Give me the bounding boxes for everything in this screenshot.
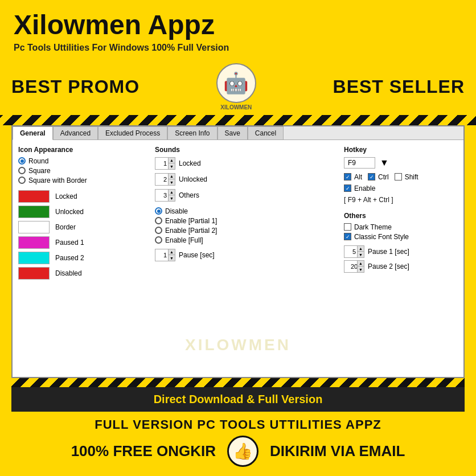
swatch-locked[interactable] [18,190,50,203]
spin-unlocked-up[interactable]: ▲ [168,174,175,180]
spin-locked-down[interactable]: ▼ [168,163,175,169]
color-paused1: Paused 1 [18,236,149,249]
spin-others-arrows: ▲ ▼ [168,190,175,201]
pause2-row: 20 ▲ ▼ Pause 2 [sec] [344,260,458,273]
sound-unlocked-label: Unlocked [179,175,207,183]
enable-row[interactable]: ✓ Enable [344,184,458,192]
logo-label: XILOWMEN [220,104,252,110]
spin-pause2-arrows: ▲ ▼ [357,261,364,272]
cb-classic-font: ✓ [344,233,351,240]
spin-unlocked[interactable]: 2 ▲ ▼ [155,173,175,186]
left-column: Icon Appearance Round Square Square with… [18,146,149,371]
modifier-ctrl[interactable]: ✓ Ctrl [368,173,389,181]
swatch-unlocked[interactable] [18,206,50,218]
spin-locked-up[interactable]: ▲ [168,158,175,164]
sound-row-2: 2 ▲ ▼ Unlocked [155,173,338,186]
pause-row: 1 ▲ ▼ Pause [sec] [155,249,338,261]
label-paused1: Paused 1 [55,239,84,247]
spin-pause-down[interactable]: ▼ [168,255,175,261]
radio-square-border[interactable]: Square with Border [18,177,149,184]
bottom-section: FULL VERSION PC TOOLS UTTILITIES APPZ 10… [0,412,476,476]
promo-left: BEST PROMO [11,76,139,97]
radio-square-border-label: Square with Border [28,177,87,184]
promo-bar: BEST PROMO 🤖 XILOWMEN BEST SELLER [0,59,476,115]
spin-unlocked-down[interactable]: ▼ [168,179,175,185]
spin-others-up[interactable]: ▲ [168,190,175,196]
tab-bar: General Advanced Excluded Process Screen… [13,126,463,140]
partial-2-label: Enable [Partial 2] [165,227,217,235]
spin-pause[interactable]: 1 ▲ ▼ [155,249,175,261]
radio-round[interactable]: Round [18,157,149,165]
spin-pause2-down[interactable]: ▼ [357,266,364,272]
partial-2-dot [155,227,162,234]
sound-row-3: 3 ▲ ▼ Others [155,189,338,202]
pause2-label: Pause 2 [sec] [368,262,409,270]
spin-pause-up[interactable]: ▲ [168,249,175,256]
swatch-disabled[interactable] [18,267,50,280]
pause1-row: 5 ▲ ▼ Pause 1 [sec] [344,245,458,258]
hotkey-select[interactable]: F9 [344,157,375,169]
spin-others[interactable]: 3 ▲ ▼ [155,189,175,202]
logo-circle: 🤖 [216,63,256,103]
spin-pause1-up[interactable]: ▲ [357,246,364,252]
partial-full[interactable]: Enable [Full] [155,236,338,244]
thumb-icon: 👍 [227,436,258,467]
cb-ctrl-label: Ctrl [378,173,389,181]
tab-save[interactable]: Save [218,126,248,139]
others-section: Others Dark Theme ✓ Classic Font Style 5 [344,212,458,273]
spin-unlocked-arrows: ▲ ▼ [168,174,175,185]
modifier-alt[interactable]: ✓ Alt [344,173,362,181]
partial-1-label: Enable [Partial 1] [165,217,217,225]
label-unlocked: Unlocked [55,208,84,216]
right-column: Hotkey F9 ▼ ✓ Alt ✓ [344,146,458,371]
cb-enable-label: Enable [354,184,375,192]
dark-theme-row[interactable]: Dark Theme [344,223,458,231]
pause1-label: Pause 1 [sec] [368,248,409,256]
modifier-shift[interactable]: Shift [395,173,418,181]
spin-unlocked-val: 2 [163,176,167,183]
tab-cancel[interactable]: Cancel [248,126,284,139]
tab-excluded-process[interactable]: Excluded Process [98,126,167,139]
modifier-row: ✓ Alt ✓ Ctrl Shift [344,173,458,183]
spin-locked-val: 1 [163,160,167,167]
spin-locked[interactable]: 1 ▲ ▼ [155,157,175,170]
partial-full-dot [155,236,162,244]
color-border: Border [18,221,149,233]
partial-disable[interactable]: Disable [155,207,338,215]
partial-1[interactable]: Enable [Partial 1] [155,217,338,225]
spin-pause1[interactable]: 5 ▲ ▼ [344,245,364,258]
swatch-border[interactable] [18,221,50,233]
thumb-emoji: 👍 [233,442,253,461]
classic-font-row[interactable]: ✓ Classic Font Style [344,233,458,241]
color-paused2: Paused 2 [18,252,149,264]
cb-enable: ✓ [344,184,351,192]
sound-row-1: 1 ▲ ▼ Locked [155,157,338,170]
hotkey-section: Hotkey F9 ▼ ✓ Alt ✓ [344,146,458,204]
spin-others-down[interactable]: ▼ [168,195,175,201]
partial-disable-dot [155,207,162,215]
spin-pause2-up[interactable]: ▲ [357,261,364,267]
pause-label: Pause [sec] [179,251,215,259]
tab-screen-info[interactable]: Screen Info [167,126,217,139]
top-stripe [0,115,476,125]
cb-classic-font-label: Classic Font Style [354,233,409,241]
radio-square[interactable]: Square [18,167,149,175]
sound-rows: 1 ▲ ▼ Locked 2 ▲ [155,157,338,202]
middle-column: Sounds 1 ▲ ▼ Locked [155,146,338,371]
swatch-paused2[interactable] [18,252,50,264]
swatch-paused1[interactable] [18,236,50,249]
header: Xilowmen Appz Pc Tools Uttilities For Wi… [0,0,476,59]
tab-advanced[interactable]: Advanced [53,126,98,139]
spin-pause1-down[interactable]: ▼ [357,252,364,257]
download-bar: Direct Download & Full Version [11,387,465,412]
cb-alt: ✓ [344,173,351,180]
tab-general[interactable]: General [13,126,53,140]
promo-right: BEST SELLER [333,76,465,97]
color-rows: Locked Unlocked Border Paused 1 [18,190,149,280]
spin-pause2[interactable]: 20 ▲ ▼ [344,260,364,273]
cb-shift-label: Shift [405,173,418,181]
partial-2[interactable]: Enable [Partial 2] [155,227,338,235]
color-disabled: Disabled [18,267,149,280]
full-version-text: FULL VERSION PC TOOLS UTTILITIES APPZ [11,417,465,432]
hotkey-title: Hotkey [344,146,458,154]
